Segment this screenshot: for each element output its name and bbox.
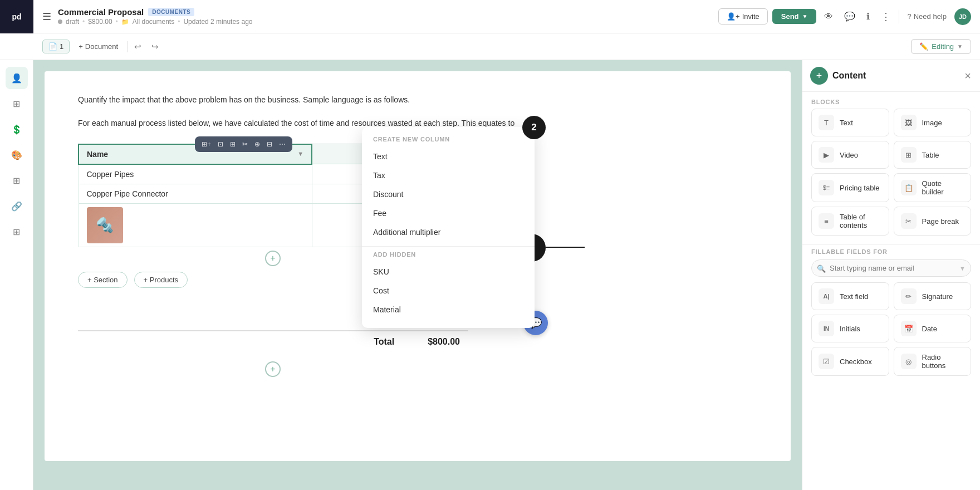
col-insert-btn[interactable]: ⊕ <box>252 139 262 149</box>
menu-item-text[interactable]: Text <box>362 147 535 166</box>
col-select-btn[interactable]: ⊡ <box>215 139 226 149</box>
hamburger-button[interactable]: ☰ <box>36 8 58 25</box>
page-icon: 📄 <box>48 42 57 51</box>
field-radio[interactable]: ◎ Radio buttons <box>894 347 972 376</box>
image-block-icon: 🖼 <box>901 115 917 130</box>
doc-title: Commercial Proposal <box>58 7 144 17</box>
redo-button[interactable]: ↪ <box>148 40 162 54</box>
menu-item-fee[interactable]: Fee <box>362 204 535 223</box>
panel-add-button[interactable]: + <box>810 67 828 85</box>
radio-label: Radio buttons <box>922 353 964 370</box>
initials-label: Initials <box>840 325 860 333</box>
panel-close-button[interactable]: × <box>963 68 972 84</box>
invite-button[interactable]: 👤+ Invite <box>718 8 768 24</box>
table-block-icon: ⊞ <box>901 147 917 163</box>
block-page-break[interactable]: ✂ Page break <box>894 207 972 236</box>
checkbox-icon: ☑ <box>819 354 834 369</box>
field-text[interactable]: A| Text field <box>811 282 889 310</box>
video-block-label: Video <box>840 151 858 159</box>
col-grid-btn[interactable]: ⊞ <box>228 139 238 149</box>
col-cut-btn[interactable]: ✂ <box>240 139 250 149</box>
field-checkbox[interactable]: ☑ Checkbox <box>811 347 889 376</box>
logo: pd <box>0 0 33 33</box>
inline-toolbar: ⊞+ ⊡ ⊞ ✂ ⊕ ⊟ ⋯ <box>195 136 292 152</box>
doc-badge: DOCUMENTS <box>148 8 194 16</box>
send-button[interactable]: Send ▼ <box>772 9 817 24</box>
date-icon: 📅 <box>901 321 917 336</box>
signature-label: Signature <box>922 292 953 301</box>
radio-icon: ◎ <box>901 354 917 369</box>
block-image[interactable]: 🖼 Image <box>894 109 972 136</box>
menu-item-additional-multiplier[interactable]: Additional multiplier <box>362 223 535 242</box>
more-button[interactable]: ⋮ <box>878 8 894 25</box>
menu-item-tax[interactable]: Tax <box>362 166 535 185</box>
total-row: Total $800.00 <box>78 330 468 352</box>
toc-label: Table of contents <box>840 213 882 229</box>
col-more-btn[interactable]: ⋯ <box>277 139 288 149</box>
fillable-fields-label: FILLABLE FIELDS FOR <box>802 244 980 259</box>
sidebar-link-icon[interactable]: 🔗 <box>6 195 28 217</box>
initials-icon: IN <box>819 321 834 336</box>
date-label: Date <box>922 325 937 333</box>
col-add-btn[interactable]: ⊞+ <box>199 139 213 149</box>
sidebar-money-icon[interactable]: 💲 <box>6 118 28 140</box>
pencil-icon: ✏️ <box>919 42 928 51</box>
add-products-button[interactable]: + Products <box>134 272 188 288</box>
avatar: JD <box>954 8 971 25</box>
invite-icon: 👤+ <box>727 12 740 21</box>
doc-price: $800.00 <box>88 18 112 26</box>
quote-builder-label: Quote builder <box>922 179 964 196</box>
bottom-add-button[interactable]: + <box>78 361 468 377</box>
sidebar-palette-icon[interactable]: 🎨 <box>6 144 28 166</box>
quote-builder-icon: 📋 <box>901 180 917 195</box>
sidebar-page-icon[interactable]: 👤 <box>6 67 28 89</box>
block-toc[interactable]: ≡ Table of contents <box>811 207 889 236</box>
block-text[interactable]: T Text <box>811 109 889 136</box>
add-section-button[interactable]: + Section <box>78 272 128 288</box>
help-icon: ? <box>907 12 911 21</box>
editing-dropdown-icon: ▼ <box>957 43 963 50</box>
page-break-label: Page break <box>922 217 959 226</box>
page-indicator[interactable]: 📄 1 <box>42 40 70 53</box>
blocks-section-label: BLOCKS <box>802 92 980 109</box>
step-2-badge: 2 <box>522 116 546 139</box>
sidebar-blocks-icon[interactable]: ⊞ <box>6 92 28 115</box>
eye-button[interactable]: 👁 <box>821 9 836 24</box>
menu-item-material[interactable]: Material <box>362 300 535 319</box>
field-initials[interactable]: IN Initials <box>811 315 889 342</box>
block-video[interactable]: ▶ Video <box>811 141 889 169</box>
add-document-button[interactable]: + Document <box>73 40 124 53</box>
sidebar-apps-icon[interactable]: ⊞ <box>6 220 28 243</box>
col-layout-btn[interactable]: ⊟ <box>264 139 275 149</box>
menu-item-cost[interactable]: Cost <box>362 281 535 300</box>
block-quote-builder[interactable]: 📋 Quote builder <box>894 173 972 202</box>
field-signature[interactable]: ✏ Signature <box>894 282 972 310</box>
sidebar-grid-icon[interactable]: ⊞ <box>6 169 28 192</box>
create-new-column-header: CREATE NEW COLUMN <box>362 136 535 147</box>
search-icon: 🔍 <box>817 264 826 272</box>
pricing-table-label: Pricing table <box>840 184 880 192</box>
block-table[interactable]: ⊞ Table <box>894 141 972 169</box>
comment-button[interactable]: 💬 <box>841 9 859 24</box>
text-block-icon: T <box>819 115 834 130</box>
menu-item-discount[interactable]: Discount <box>362 185 535 204</box>
help-button[interactable]: ? Need help <box>904 10 950 23</box>
undo-button[interactable]: ↩ <box>131 40 145 54</box>
menu-item-sku[interactable]: SKU <box>362 262 535 281</box>
signature-icon: ✏ <box>901 288 917 304</box>
doc-status: draft <box>66 18 79 26</box>
video-block-icon: ▶ <box>819 147 834 163</box>
block-pricing-table[interactable]: $≡ Pricing table <box>811 173 889 202</box>
text-field-icon: A| <box>819 288 834 304</box>
paragraph-1: Quantify the impact that the above probl… <box>78 94 757 107</box>
panel-title: Content <box>832 71 959 81</box>
info-button[interactable]: ℹ <box>863 9 873 24</box>
context-menu: 2 CREATE NEW COLUMN Text Tax Discount Fe… <box>362 127 535 328</box>
fillable-search-input[interactable] <box>811 259 971 277</box>
image-block-label: Image <box>922 119 942 127</box>
field-date[interactable]: 📅 Date <box>894 315 972 342</box>
add-hidden-header: ADD HIDDEN <box>362 251 535 262</box>
folder-icon: 📁 <box>121 18 129 26</box>
editing-mode-button[interactable]: ✏️ Editing ▼ <box>911 39 971 54</box>
pricing-table-icon: $≡ <box>819 180 834 195</box>
